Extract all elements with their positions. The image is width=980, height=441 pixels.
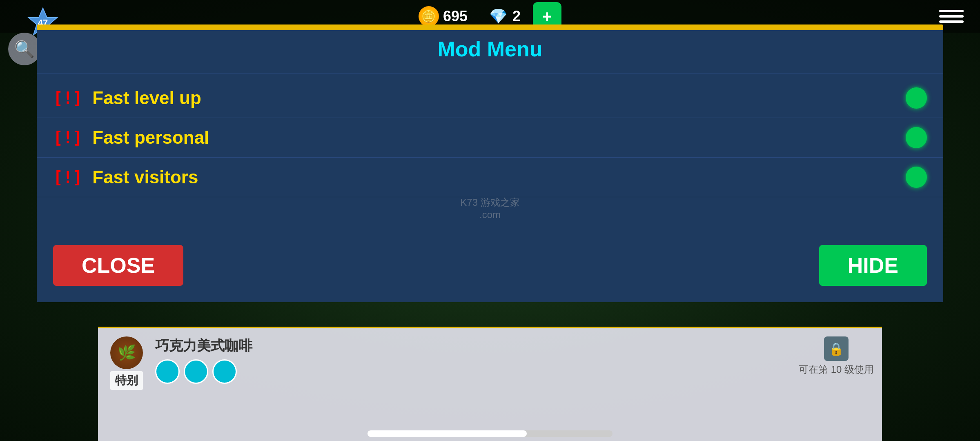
toggle-fast-level-up[interactable] [906, 87, 927, 109]
warning-badge-1: [!] [53, 89, 82, 107]
menu-item-left-2: [!] Fast personal [53, 127, 209, 148]
customer-icons [155, 359, 791, 384]
customer-3 [212, 359, 237, 384]
lock-area: 🔒 可在第 10 级使用 [799, 336, 874, 376]
toggle-fast-visitors[interactable] [906, 167, 927, 188]
header-gems: 💎 2 [488, 6, 521, 27]
gem-count: 2 [512, 8, 521, 25]
customer-1 [155, 359, 180, 384]
watermark: K73 游戏之家.com [460, 196, 519, 220]
modal-buttons: CLOSE HIDE [37, 245, 943, 286]
menu-item-left-3: [!] Fast visitors [53, 167, 198, 187]
food-category-label: 特别 [110, 371, 143, 390]
menu-item-fast-visitors[interactable]: [!] Fast visitors [37, 158, 943, 197]
yellow-top-bar [37, 24, 943, 30]
hide-button[interactable]: HIDE [819, 245, 927, 286]
warning-badge-3: [!] [53, 168, 82, 187]
header-coins: 🪙 695 [419, 6, 468, 27]
modal-title: Mod Menu [37, 24, 943, 74]
bottom-panel: 🌿 特别 巧克力美式咖啡 🔒 可在第 10 级使用 [98, 327, 882, 441]
menu-item-left: [!] Fast level up [53, 88, 201, 108]
menu-item-fast-level-up[interactable]: [!] Fast level up [37, 78, 943, 118]
warning-badge-2: [!] [53, 128, 82, 147]
fast-personal-label: Fast personal [92, 127, 209, 148]
fast-visitors-label: Fast visitors [92, 167, 198, 187]
customer-2 [184, 359, 208, 384]
lock-text: 可在第 10 级使用 [799, 363, 874, 376]
fast-level-up-label: Fast level up [92, 88, 201, 108]
food-icon-area: 🌿 特别 [106, 336, 147, 390]
progress-fill [368, 430, 527, 437]
mod-menu-modal: Mod Menu [!] Fast level up [!] Fast pers… [37, 24, 943, 302]
progress-bar-area [368, 430, 612, 437]
menu-items-list: [!] Fast level up [!] Fast personal [!] … [37, 74, 943, 201]
coin-icon: 🪙 [419, 6, 439, 27]
menu-line-2 [939, 15, 964, 18]
search-icon: 🔍 [14, 40, 35, 59]
gem-icon: 💎 [488, 6, 508, 27]
menu-line-3 [939, 20, 964, 23]
bottom-panel-content: 🌿 特别 巧克力美式咖啡 🔒 可在第 10 级使用 [98, 328, 882, 441]
menu-item-fast-personal[interactable]: [!] Fast personal [37, 118, 943, 158]
menu-button[interactable] [939, 6, 964, 27]
coin-count: 695 [443, 8, 468, 25]
food-name-area: 巧克力美式咖啡 [155, 336, 791, 384]
lock-icon: 🔒 [824, 336, 849, 361]
toggle-fast-personal[interactable] [906, 127, 927, 148]
food-plate-icon: 🌿 [110, 336, 143, 369]
menu-line-1 [939, 10, 964, 12]
food-name-text: 巧克力美式咖啡 [155, 336, 791, 355]
close-button[interactable]: CLOSE [53, 245, 183, 286]
